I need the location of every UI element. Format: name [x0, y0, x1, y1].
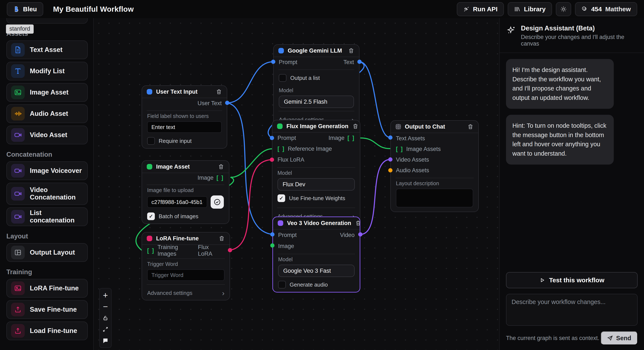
layout-description-textarea[interactable]: [396, 189, 473, 207]
generate-audio-checkbox[interactable]: [278, 281, 286, 288]
sidebar-item-list-concatenation[interactable]: List concatenation: [6, 207, 88, 226]
handle-veo-image[interactable]: [270, 243, 274, 248]
list-handle[interactable]: [ ]: [396, 146, 403, 152]
require-input-checkbox[interactable]: [147, 137, 155, 145]
theme-toggle-button[interactable]: [556, 2, 571, 16]
assistant-chat-input[interactable]: [506, 294, 638, 326]
node-header[interactable]: LoRA Fine-tune: [142, 232, 230, 245]
use-fine-tune-weights-checkbox[interactable]: [278, 194, 285, 202]
sun-icon: [560, 6, 567, 12]
send-button[interactable]: Send: [601, 331, 638, 345]
sidebar-item-video-concatenation[interactable]: Video Concatenation: [6, 183, 88, 205]
tooltips-chat-button[interactable]: [100, 335, 111, 346]
node-header[interactable]: User Text Input: [142, 86, 227, 98]
delete-node-icon[interactable]: [216, 88, 222, 95]
sidebar-item-save-fine-tune[interactable]: Save Fine-tune: [6, 300, 88, 319]
field-label: Field label shown to users: [147, 113, 222, 119]
delete-node-icon[interactable]: [218, 164, 224, 170]
node-image-asset[interactable]: Image Asset Image[ ] Image file to uploa…: [142, 160, 229, 224]
sidebar-item-output-layout[interactable]: Output Layout: [6, 243, 88, 262]
sidebar-item-image-asset[interactable]: Image Asset: [6, 83, 88, 102]
sidebar-item-load-fine-tune[interactable]: Load Fine-tune: [6, 322, 88, 340]
node-header[interactable]: Output to Chat: [391, 121, 478, 133]
delete-node-icon[interactable]: [355, 220, 362, 226]
output-a-list-checkbox[interactable]: [279, 74, 286, 82]
node-header[interactable]: Flux Image Generation: [272, 120, 360, 133]
sidebar-item-image-voiceover[interactable]: Image Voiceover: [6, 161, 88, 180]
node-output-to-chat[interactable]: Output to Chat Text Assets [ ]Image Asse…: [390, 120, 479, 212]
sidebar-item-partial[interactable]: [6, 18, 88, 24]
input-label: Flux LoRA: [278, 156, 304, 163]
fit-view-button[interactable]: [100, 324, 111, 335]
node-flux-image-generation[interactable]: Flux Image Generation Prompt Image[ ] [ …: [272, 120, 360, 224]
zoom-out-button[interactable]: −: [100, 301, 111, 312]
handle-output-text[interactable]: [388, 136, 392, 140]
list-handle[interactable]: [ ]: [147, 248, 154, 254]
io-row: Prompt Image[ ]: [272, 133, 360, 144]
advanced-settings-row[interactable]: Advanced settings ›: [142, 287, 230, 300]
model-select[interactable]: Flux Dev: [278, 178, 355, 190]
zoom-in-button[interactable]: +: [100, 290, 111, 301]
handle-gemini-prompt[interactable]: [271, 60, 275, 64]
top-bar-actions: Run API Library 454 Matthew: [457, 2, 637, 16]
list-handle[interactable]: [ ]: [348, 135, 355, 141]
input-label: Prompt: [278, 135, 296, 141]
sidebar-item-text-asset[interactable]: Text Asset: [6, 40, 88, 59]
model-select[interactable]: Google Veo 3 Fast: [278, 265, 354, 277]
field-label: Trigger Word: [147, 261, 224, 267]
credits-user-button[interactable]: 454 Matthew: [575, 2, 637, 16]
node-user-text-input[interactable]: User Text Input User Text Field label sh…: [142, 85, 227, 148]
divider: [277, 208, 355, 208]
canvas-controls: + −: [99, 288, 112, 348]
sidebar-item-video-asset[interactable]: Video Asset: [6, 126, 88, 144]
assistant-header: Design Assistant (Beta) Describe your ch…: [500, 18, 644, 53]
workflow-canvas[interactable]: User Text Input User Text Field label sh…: [94, 18, 499, 350]
confirm-file-button[interactable]: [210, 196, 224, 209]
sidebar-item-audio-asset[interactable]: Audio Asset: [6, 104, 88, 123]
test-workflow-button[interactable]: Test this workflow: [506, 272, 638, 288]
api-plug-icon: [463, 6, 470, 12]
checkbox-label: Require input: [159, 138, 192, 144]
handle-flux-prompt[interactable]: [270, 136, 274, 140]
list-handle[interactable]: [ ]: [216, 174, 224, 181]
lock-button[interactable]: [100, 312, 111, 324]
handle-usertext-out[interactable]: [225, 101, 229, 105]
node-header[interactable]: Image Asset: [142, 161, 229, 173]
input-label: Prompt: [279, 59, 297, 66]
handle-veo-video-out[interactable]: [358, 232, 362, 236]
library-button[interactable]: Library: [508, 2, 552, 16]
list-handle[interactable]: [ ]: [278, 146, 285, 152]
trigger-word-input[interactable]: [147, 269, 224, 281]
handle-veo-prompt[interactable]: [270, 232, 274, 236]
run-api-label: Run API: [473, 6, 498, 13]
model-label: Model: [278, 170, 355, 176]
run-api-button[interactable]: Run API: [457, 2, 504, 16]
delete-node-icon[interactable]: [352, 123, 359, 130]
node-header[interactable]: Google Gemini LLM: [274, 45, 359, 57]
divider: [278, 70, 354, 70]
input-label: Prompt: [278, 232, 297, 238]
delete-node-icon[interactable]: [348, 48, 354, 54]
handle-lora-out[interactable]: [228, 248, 232, 252]
node-veo-3-video-generation[interactable]: Veo 3 Video Generation Prompt Video Imag…: [272, 216, 360, 292]
node-lora-fine-tune[interactable]: LoRA Fine-tune [ ]Training Images Flux L…: [142, 232, 230, 300]
delete-node-icon[interactable]: [467, 124, 474, 130]
user-name: Matthew: [605, 6, 631, 13]
handle-gemini-text-out[interactable]: [357, 60, 362, 64]
handle-output-video[interactable]: [388, 157, 392, 162]
handle-output-audio[interactable]: [388, 168, 392, 172]
file-id-input[interactable]: [147, 196, 207, 208]
video-camera-icon: [11, 128, 25, 142]
delete-node-icon[interactable]: [218, 235, 225, 242]
sidebar-item-lora-fine-tune[interactable]: LoRA Fine-tune: [6, 279, 88, 298]
field-text-input[interactable]: [147, 121, 222, 133]
handle-flux-lora-in[interactable]: [270, 158, 274, 162]
model-select[interactable]: Gemini 2.5 Flash: [279, 96, 354, 108]
logo-button[interactable]: Bleu: [7, 2, 43, 16]
node-google-gemini-llm[interactable]: Google Gemini LLM Prompt Text Output a l…: [273, 44, 360, 127]
batch-of-images-checkbox[interactable]: [147, 212, 155, 220]
node-type-dot: [147, 89, 152, 94]
input-label: Reference Image: [288, 146, 332, 152]
sidebar-item-modify-list[interactable]: Modify List: [6, 62, 88, 80]
node-header[interactable]: Veo 3 Video Generation: [273, 217, 360, 230]
